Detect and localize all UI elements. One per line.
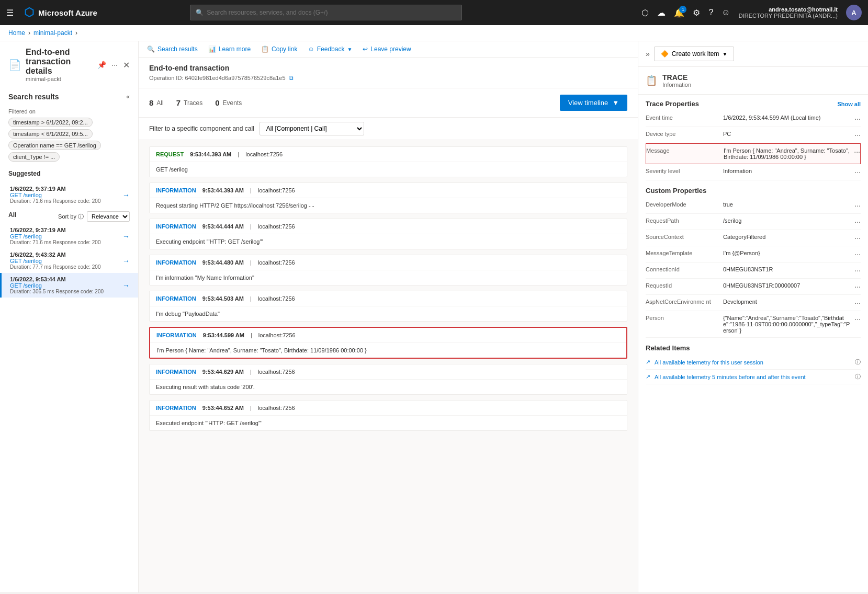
prop-menu-icon[interactable]: ···: [854, 315, 861, 323]
related-items-title: Related Items: [646, 338, 861, 355]
right-panel: » 🔶 Create work item ▼ 📋 TRACE Informati…: [638, 41, 868, 592]
component-filter-select[interactable]: All [Component | Call]: [260, 122, 364, 135]
right-panel-toolbar: » 🔶 Create work item ▼: [638, 41, 868, 67]
filter-chip-4[interactable]: client_Type != ...: [8, 152, 60, 162]
prop-row-request-id: RequestId 0HMEGU83NST1R:00000007 ···: [646, 279, 861, 295]
all-item-1[interactable]: 1/6/2022, 9:43:32 AM GET /serilog Durati…: [0, 248, 138, 273]
prop-menu-icon[interactable]: ···: [854, 218, 861, 226]
prop-row-aspnet-env: AspNetCoreEnvironme nt Development ···: [646, 295, 861, 311]
sort-select[interactable]: Relevance: [87, 211, 130, 222]
suggested-label: Suggested: [8, 170, 130, 177]
hamburger-menu-icon[interactable]: ☰: [6, 8, 14, 18]
collapse-icon[interactable]: «: [126, 93, 130, 100]
settings-icon[interactable]: ⚙: [693, 8, 700, 18]
filter-chip-2[interactable]: timestamp < 6/1/2022, 09:5...: [8, 129, 93, 139]
trace-type-label: INFORMATION: [156, 405, 196, 411]
learn-more-btn[interactable]: 📊 Learn more: [208, 45, 251, 53]
trace-properties-title: Trace Properties Show all: [646, 95, 861, 111]
brand-logo: ⬡ Microsoft Azure: [24, 6, 97, 19]
search-results-header: Search results «: [0, 86, 138, 105]
prop-menu-icon[interactable]: ···: [854, 131, 861, 139]
trace-info-header: 📋 TRACE Information: [638, 67, 868, 95]
portal-settings-icon[interactable]: ☁: [657, 8, 666, 18]
breadcrumb-sep2: ›: [75, 29, 77, 37]
related-item-0[interactable]: ↗ All available telemetry for this user …: [646, 355, 861, 370]
trace-entry-header-6: INFORMATION 9:53:44.629 AM | localhost:7…: [150, 364, 627, 380]
create-work-item-button[interactable]: 🔶 Create work item ▼: [654, 47, 735, 61]
filter-chip-1[interactable]: timestamp > 6/1/2022, 09:2...: [8, 118, 93, 127]
all-item-0[interactable]: 1/6/2022, 9:37:19 AM GET /serilog Durati…: [0, 224, 138, 248]
prop-menu-icon[interactable]: ···: [854, 282, 861, 291]
trace-info-title: TRACE: [662, 73, 691, 82]
pin-icon[interactable]: 📌: [97, 61, 106, 69]
transaction-title: End-to-end transaction: [149, 64, 627, 72]
global-search[interactable]: 🔍: [190, 5, 462, 20]
breadcrumb-workspace[interactable]: minimal-packt: [33, 29, 72, 37]
copy-link-btn[interactable]: 📋 Copy link: [261, 45, 297, 53]
leave-preview-btn[interactable]: ↩ Leave preview: [363, 45, 411, 53]
trace-entry-7[interactable]: INFORMATION 9:53:44.652 AM | localhost:7…: [149, 400, 627, 431]
trace-entry-2[interactable]: INFORMATION 9:53:44.444 AM | localhost:7…: [149, 219, 627, 249]
main-container: 📄 End-to-end transaction details minimal…: [0, 41, 868, 592]
all-section: All Sort by ⓘ Relevance: [0, 207, 138, 224]
learn-more-icon: 📊: [208, 45, 216, 53]
related-item-icon: ↗: [646, 359, 650, 365]
trace-body-2: Executing endpoint '"HTTP: GET /serilog"…: [150, 234, 627, 249]
trace-entry-0[interactable]: REQUEST 9:53:44.393 AM | localhost:7256 …: [149, 146, 627, 177]
prop-row-person: Person {"Name":"Andrea","Surname":"Tosat…: [646, 311, 861, 338]
filter-chip-3[interactable]: Operation name == GET /serilog: [8, 141, 101, 150]
smiley-icon: ☺: [308, 45, 314, 53]
search-input[interactable]: [207, 9, 456, 16]
prop-row-event-time: Event time 1/6/2022, 9:53:44.599 AM (Loc…: [646, 111, 861, 127]
show-all-link[interactable]: Show all: [837, 101, 861, 107]
notifications-icon[interactable]: 🔔 1: [674, 8, 684, 18]
help-icon[interactable]: ?: [708, 8, 713, 17]
trace-body-5: I'm Person { Name: "Andrea", Surname: "T…: [150, 343, 626, 358]
trace-entry-4[interactable]: INFORMATION 9:53:44.503 AM | localhost:7…: [149, 291, 627, 322]
prop-menu-icon[interactable]: ···: [854, 168, 861, 176]
view-timeline-button[interactable]: View timeline ▼: [560, 95, 627, 111]
trace-type-label: REQUEST: [156, 151, 184, 157]
trace-type-label: INFORMATION: [156, 369, 196, 375]
trace-entry-3[interactable]: INFORMATION 9:53:44.480 AM | localhost:7…: [149, 255, 627, 285]
prop-row-message-template: MessageTemplate I'm {@Person} ···: [646, 246, 861, 262]
trace-entry-1[interactable]: INFORMATION 9:53:44.393 AM | localhost:7…: [149, 182, 627, 213]
cloud-shell-icon[interactable]: ⬡: [641, 8, 649, 18]
all-item-2[interactable]: 1/6/2022, 9:53:44 AM GET /serilog Durati…: [0, 273, 138, 298]
prop-menu-icon[interactable]: ···: [854, 266, 861, 275]
filter-bar-label: Filter to a specific component and call: [149, 125, 254, 132]
trace-entry-6[interactable]: INFORMATION 9:53:44.629 AM | localhost:7…: [149, 364, 627, 395]
more-options-icon[interactable]: ···: [111, 61, 118, 69]
feedback-icon[interactable]: ☺: [722, 8, 730, 17]
operation-id: Operation ID: 6402fe981ed4d6a97578576529…: [149, 74, 627, 82]
copy-operation-id-icon[interactable]: ⧉: [289, 74, 294, 82]
stat-events: 0 Events: [215, 98, 242, 107]
work-item-icon: 🔶: [661, 50, 669, 58]
filter-label: Filtered on: [8, 108, 130, 115]
stat-all: 8 All: [149, 98, 164, 107]
prop-menu-icon[interactable]: ···: [854, 299, 861, 307]
breadcrumb-home[interactable]: Home: [8, 29, 25, 37]
avatar[interactable]: A: [846, 5, 862, 20]
prop-menu-icon[interactable]: ···: [854, 250, 861, 258]
prop-menu-icon[interactable]: ···: [854, 234, 861, 242]
brand-name: Microsoft Azure: [38, 8, 97, 17]
prop-menu-icon[interactable]: ···: [854, 147, 860, 156]
result-arrow-icon: →: [122, 257, 130, 265]
feedback-btn[interactable]: ☺ Feedback ▼: [308, 45, 352, 53]
trace-entry-5[interactable]: INFORMATION 9:53:44.599 AM | localhost:7…: [149, 327, 627, 359]
breadcrumb: Home › minimal-packt ›: [0, 25, 868, 41]
chevron-down-icon: ▼: [612, 99, 619, 107]
trace-type-label: INFORMATION: [156, 295, 196, 302]
expand-icon[interactable]: »: [646, 50, 650, 58]
search-results-btn[interactable]: 🔍 Search results: [147, 45, 198, 53]
related-item-1[interactable]: ↗ All available telemetry 5 minutes befo…: [646, 370, 861, 384]
trace-type-label: INFORMATION: [156, 187, 196, 193]
prop-menu-icon[interactable]: ···: [854, 115, 861, 123]
search-icon: 🔍: [196, 9, 204, 16]
trace-body-0: GET /serilog: [150, 162, 627, 177]
suggested-item-0[interactable]: 1/6/2022, 9:37:19 AM GET /serilog Durati…: [0, 182, 138, 207]
prop-menu-icon[interactable]: ···: [854, 201, 861, 210]
prop-row-developer-mode: DeveloperMode true ···: [646, 198, 861, 214]
close-icon[interactable]: ✕: [123, 60, 130, 70]
